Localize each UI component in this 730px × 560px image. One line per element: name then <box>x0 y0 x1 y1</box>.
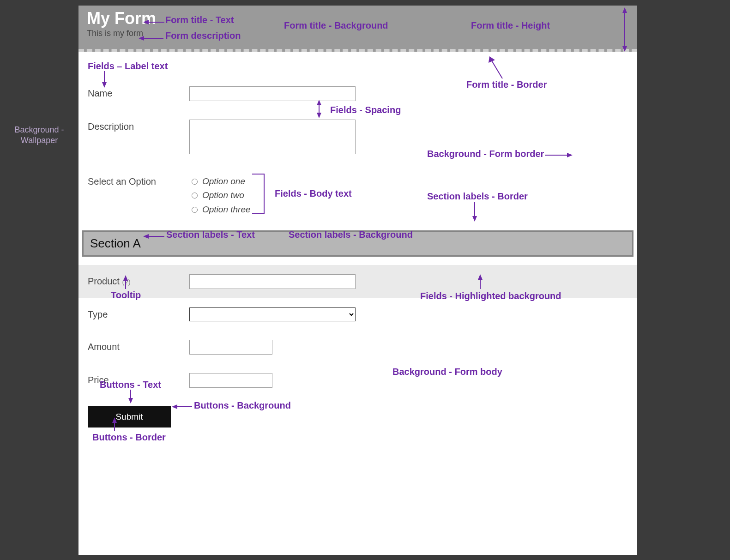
input-name[interactable] <box>189 86 356 101</box>
field-row-price: Price <box>78 364 637 397</box>
form-container: My Form This is my form Name Description… <box>78 6 637 555</box>
radio-option-2[interactable]: Option two <box>189 188 628 202</box>
form-title-bar: My Form This is my form <box>78 6 637 52</box>
tooltip-icon[interactable]: (?) <box>122 278 131 286</box>
section-header-a: Section A <box>82 230 633 257</box>
radio-option-1[interactable]: Option one <box>189 175 628 188</box>
input-product[interactable] <box>189 274 356 289</box>
form-description: This is my form <box>87 29 629 38</box>
label-description: Description <box>83 120 189 132</box>
submit-button[interactable]: Submit <box>88 406 171 428</box>
label-select: Select an Option <box>83 175 189 187</box>
field-row-product: Product (?) <box>78 265 637 298</box>
label-amount: Amount <box>83 340 189 352</box>
field-row-description: Description <box>78 110 637 165</box>
label-name: Name <box>83 86 189 99</box>
label-price: Price <box>83 373 189 385</box>
field-row-type: Type <box>78 298 637 331</box>
label-product: Product (?) <box>83 274 189 287</box>
annotation-background-wallpaper: Background - Wallpaper <box>12 125 67 146</box>
radio-group-options: Option one Option two Option three <box>189 175 628 217</box>
label-type: Type <box>83 307 189 320</box>
form-title: My Form <box>87 9 629 28</box>
button-row: Submit <box>78 397 637 437</box>
input-price[interactable] <box>189 373 272 388</box>
field-row-amount: Amount <box>78 331 637 364</box>
field-row-select: Select an Option Option one Option two O… <box>78 165 637 226</box>
input-amount[interactable] <box>189 340 272 355</box>
radio-option-3[interactable]: Option three <box>189 203 628 217</box>
select-type[interactable] <box>189 307 356 321</box>
section-header-a-text: Section A <box>90 236 141 250</box>
field-row-name: Name <box>78 77 637 110</box>
textarea-description[interactable] <box>189 120 356 154</box>
